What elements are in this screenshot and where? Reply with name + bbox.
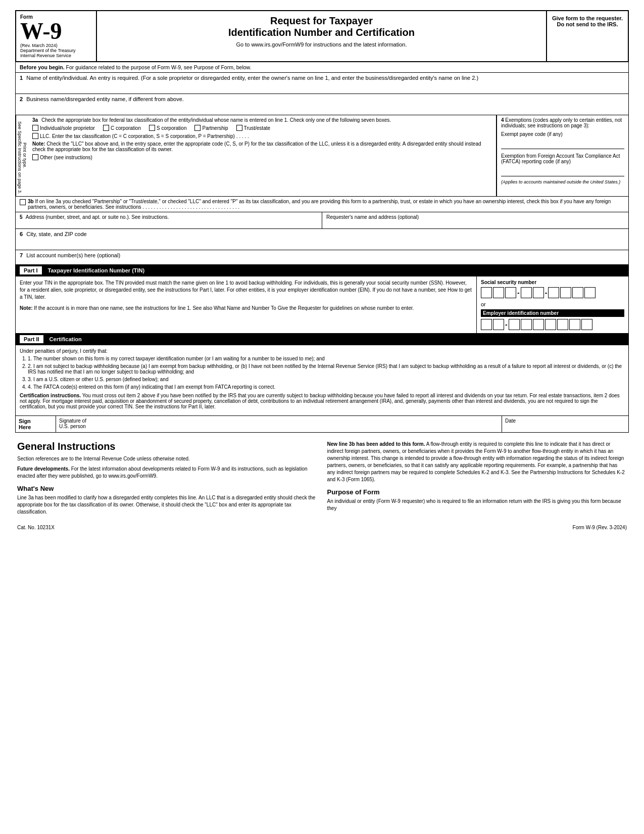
- llc-row: LLC. Enter the tax classification (C = C…: [32, 133, 492, 139]
- title2: Identification Number and Certification: [107, 27, 536, 38]
- line3a-number: 3a: [32, 117, 38, 123]
- checkbox-individual-label: Individual/sole proprietor: [40, 125, 95, 131]
- ssn-label: Social security number: [481, 280, 624, 285]
- checkbox-row1: Individual/sole proprietor C corporation…: [32, 125, 492, 131]
- form-number: W-9: [20, 20, 62, 43]
- other-label: Other (see instructions): [40, 155, 92, 160]
- checkbox-trust-box[interactable]: [236, 125, 242, 131]
- cert-list: 1. The number shown on this form is my c…: [28, 356, 624, 390]
- cert-item-4: 4. The FATCA code(s) entered on this for…: [28, 384, 624, 390]
- general-instructions: General Instructions Section references …: [15, 441, 629, 519]
- form-header: Form W-9 (Rev. March 2024) Department of…: [15, 10, 629, 62]
- line6-row: 6 City, state, and ZIP code: [16, 229, 628, 250]
- part2-title: Certification: [49, 336, 82, 342]
- irs: Internal Revenue Service: [20, 53, 92, 58]
- part1-note-label: Note:: [20, 305, 33, 311]
- requester-field: Requester's name and address (optional): [322, 212, 628, 228]
- line7-number: 7: [20, 252, 23, 258]
- line7-label: List account number(s) here (optional): [26, 252, 120, 258]
- part1-label: Part I: [20, 266, 42, 274]
- future-dev-title: Future developments.: [17, 466, 70, 472]
- line4-content: 4 Exemptions (codes apply only to certai…: [497, 115, 628, 196]
- checkbox-c-corp-box[interactable]: [103, 125, 109, 131]
- ssn-box-3[interactable]: [505, 287, 516, 298]
- line5-field: 5 Address (number, street, and apt. or s…: [16, 212, 322, 228]
- part1-header: Part I Taxpayer Identification Number (T…: [15, 265, 629, 276]
- exempt-payee-label: Exempt payee code (if any): [501, 131, 624, 137]
- cert-intro: Under penalties of perjury, I certify th…: [20, 348, 624, 354]
- ssn-box-8[interactable]: [572, 287, 583, 298]
- gen-title: General Instructions: [17, 441, 317, 452]
- line2-label: Business name/disregarded entity name, i…: [26, 96, 184, 102]
- line2-number: 2: [20, 96, 23, 102]
- checkbox-partnership-box[interactable]: [194, 125, 201, 131]
- line3a-label: Check the appropriate box for federal ta…: [41, 117, 391, 123]
- checkbox-llc-box[interactable]: [32, 133, 38, 139]
- fatca-label: Exemption from Foreign Account Tax Compl…: [501, 153, 624, 164]
- ein-box-6[interactable]: [545, 319, 556, 330]
- future-dev: Future developments. For the latest info…: [17, 466, 317, 480]
- rev-date: (Rev. March 2024): [20, 43, 92, 48]
- gen-right: New line 3b has been added to this form.…: [327, 441, 627, 519]
- ssn-box-7[interactable]: [560, 287, 571, 298]
- right-para1-text: A flow-through entity is required to com…: [327, 441, 625, 482]
- ssn-dash-2: -: [545, 289, 548, 297]
- line3a-content: 3a Check the appropriate box for federal…: [28, 115, 497, 196]
- header-center: Request for Taxpayer Identification Numb…: [97, 11, 547, 61]
- checkbox-s-corp: S corporation: [149, 125, 186, 131]
- ssn-box-1[interactable]: [481, 287, 492, 298]
- checkbox-3b-box[interactable]: [20, 199, 26, 205]
- line5-number: 5: [20, 214, 23, 220]
- cert-instr-text: You must cross out item 2 above if you h…: [20, 393, 620, 409]
- line3a-4-row: Print or type. See Specific Instructions…: [16, 115, 628, 197]
- line3b-dots: . . . . . . . . . . . . . . . . . . . . …: [142, 204, 239, 210]
- ssn-box-5[interactable]: [533, 287, 544, 298]
- ssn-boxes: - -: [481, 287, 624, 298]
- part1-body-text: Enter your TIN in the appropriate box. T…: [20, 280, 472, 301]
- line5-label: Address (number, street, and apt. or sui…: [26, 214, 169, 220]
- ein-box-3[interactable]: [509, 319, 520, 330]
- part1-title: Taxpayer Identification Number (TIN): [48, 267, 145, 273]
- ein-box-5[interactable]: [533, 319, 544, 330]
- checkbox-other-box[interactable]: [32, 154, 38, 160]
- ein-dash: -: [505, 320, 508, 329]
- line6-label: City, state, and ZIP code: [26, 231, 86, 237]
- part2-label: Part II: [20, 335, 43, 343]
- cert-instr-bold: Certification instructions.: [20, 393, 81, 398]
- ssn-box-9[interactable]: [584, 287, 596, 298]
- sign-date: Date: [502, 416, 628, 432]
- checkbox-individual: Individual/sole proprietor: [32, 125, 95, 131]
- llc-dots: . . . . .: [236, 133, 249, 139]
- note-text: Check the "LLC" box above and, in the en…: [32, 141, 481, 152]
- checkbox-c-corp-label: C corporation: [111, 125, 141, 131]
- dept: Department of the Treasury: [20, 48, 92, 53]
- note-row: Note: Check the "LLC" box above and, in …: [32, 141, 492, 152]
- ssn-box-2[interactable]: [493, 287, 504, 298]
- ssn-box-6[interactable]: [548, 287, 559, 298]
- cert-item-2: 2. I am not subject to backup withholdin…: [28, 363, 624, 375]
- line3b-text: If on line 3a you checked "Partnership" …: [28, 199, 611, 210]
- checkbox-s-corp-box[interactable]: [149, 125, 155, 131]
- part2-section: Under penalties of perjury, I certify th…: [15, 345, 629, 416]
- sig-sub: U.S. person: [59, 424, 499, 429]
- section-refs: Section references are to the Internal R…: [17, 455, 317, 462]
- checkbox-individual-box[interactable]: [32, 125, 38, 131]
- ein-box-8[interactable]: [569, 319, 580, 330]
- ein-box-7[interactable]: [557, 319, 568, 330]
- checkbox-partnership-label: Partnership: [202, 125, 228, 131]
- ein-box-4[interactable]: [521, 319, 532, 330]
- checkbox-partnership: Partnership: [194, 125, 228, 131]
- checkbox-llc: LLC. Enter the tax classification (C = C…: [32, 133, 249, 139]
- purpose-text: An individual or entity (Form W-9 reques…: [327, 498, 627, 512]
- before-begin-label: Before you begin.: [20, 64, 65, 70]
- ein-box-9[interactable]: [581, 319, 592, 330]
- before-begin-row: Before you begin. For guidance related t…: [15, 62, 629, 73]
- line1-number: 1: [20, 75, 23, 81]
- ein-box-2[interactable]: [493, 319, 504, 330]
- ssn-box-4[interactable]: [521, 287, 532, 298]
- checkbox-other: Other (see instructions): [32, 154, 92, 160]
- part1-body: Enter your TIN in the appropriate box. T…: [15, 276, 629, 334]
- ein-box-1[interactable]: [481, 319, 492, 330]
- line3b-number: 3b: [28, 199, 34, 204]
- line3b-row: 3b If on line 3a you checked "Partnershi…: [16, 197, 628, 212]
